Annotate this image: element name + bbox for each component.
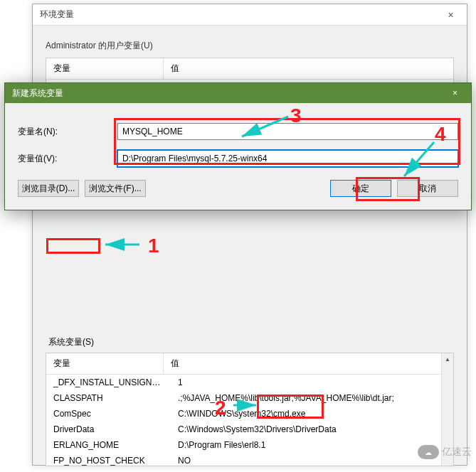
system-vars-section: 系统变量(S) 变量 值 _DFX_INSTALL_UNSIGNED...1 C… [46, 335, 454, 472]
system-vars-rows: _DFX_INSTALL_UNSIGNED...1 CLASSPATH.;%JA… [46, 375, 453, 472]
var-cell: DriverData [46, 422, 171, 437]
env-titlebar: 环境变量 × [33, 4, 467, 26]
variable-name-input[interactable] [117, 123, 458, 140]
cancel-button[interactable]: 取消 [397, 180, 458, 197]
sys-col-variable[interactable]: 变量 [46, 353, 164, 374]
spacer [152, 180, 324, 197]
new-close-button[interactable]: × [439, 83, 471, 103]
var-cell: ERLANG_HOME [46, 437, 171, 453]
val-cell: C:\WINDOWS\system32\cmd.exe [171, 406, 453, 422]
browse-file-button[interactable]: 浏览文件(F)... [85, 180, 146, 197]
table-row[interactable]: ERLANG_HOMED:\Program Files\erl8.1 [46, 437, 453, 453]
table-row[interactable]: FP_NO_HOST_CHECKNO [46, 453, 453, 468]
env-variables-dialog: 环境变量 × Administrator 的用户变量(U) 变量 值 系统变量(… [32, 4, 467, 466]
watermark-text: 亿速云 [442, 446, 472, 458]
user-col-value[interactable]: 值 [164, 58, 453, 79]
user-vars-label: Administrator 的用户变量(U) [46, 40, 454, 52]
variable-name-label: 变量名(N): [18, 126, 117, 138]
table-row[interactable]: _DFX_INSTALL_UNSIGNED...1 [46, 375, 453, 390]
val-cell: D:\Program Files\erl8.1 [171, 437, 453, 453]
table-row[interactable]: DriverDataC:\Windows\System32\Drivers\Dr… [46, 422, 453, 437]
val-cell: C:\Windows\System32\Drivers\DriverData [171, 422, 453, 437]
system-vars-label: 系统变量(S) [46, 335, 97, 350]
new-body: 变量名(N): 变量值(V): 浏览目录(D)... 浏览文件(F)... 确定… [5, 103, 471, 210]
form-row-value: 变量值(V): [18, 150, 458, 167]
scroll-up-icon[interactable]: ▲ [442, 353, 453, 365]
var-cell: JAVA_HOME [46, 468, 171, 472]
var-cell: _DFX_INSTALL_UNSIGNED... [46, 375, 171, 390]
watermark: ☁ 亿速云 [418, 445, 472, 459]
var-cell: CLASSPATH [46, 390, 171, 406]
system-vars-box: 变量 值 _DFX_INSTALL_UNSIGNED...1 CLASSPATH… [46, 353, 454, 466]
table-row[interactable]: CLASSPATH.;%JAVA_HOME%\lib\tools.jar;%JA… [46, 390, 453, 406]
sys-col-value[interactable]: 值 [164, 353, 453, 374]
watermark-logo: ☁ [418, 445, 439, 459]
new-titlebar: 新建系统变量 × [5, 83, 471, 103]
form-row-name: 变量名(N): [18, 123, 458, 140]
var-cell: FP_NO_HOST_CHECK [46, 453, 171, 468]
browse-directory-button[interactable]: 浏览目录(D)... [18, 180, 79, 197]
table-row[interactable]: JAVA_HOMEE:\Program Files\Java\jdk1.8.0_… [46, 468, 453, 472]
ok-button[interactable]: 确定 [330, 180, 391, 197]
new-system-variable-dialog: 新建系统变量 × 变量名(N): 变量值(V): 浏览目录(D)... 浏览文件… [4, 82, 472, 210]
val-cell: .;%JAVA_HOME%\lib\tools.jar;%JAVA_HOME%\… [171, 390, 453, 406]
env-close-button[interactable]: × [435, 4, 467, 26]
var-cell: ComSpec [46, 406, 171, 422]
val-cell: NO [171, 453, 453, 468]
table-row[interactable]: ComSpecC:\WINDOWS\system32\cmd.exe [46, 406, 453, 422]
system-vars-header: 变量 值 [46, 353, 453, 375]
user-col-variable[interactable]: 变量 [46, 58, 164, 79]
val-cell: 1 [171, 375, 453, 390]
variable-value-label: 变量值(V): [18, 153, 117, 165]
variable-value-input[interactable] [117, 150, 458, 167]
env-title: 环境变量 [40, 9, 74, 21]
new-dialog-buttons: 浏览目录(D)... 浏览文件(F)... 确定 取消 [18, 180, 458, 197]
val-cell: E:\Program Files\Java\jdk1.8.0_92 [171, 468, 453, 472]
new-title: 新建系统变量 [12, 87, 63, 100]
user-vars-header: 变量 值 [46, 58, 453, 80]
